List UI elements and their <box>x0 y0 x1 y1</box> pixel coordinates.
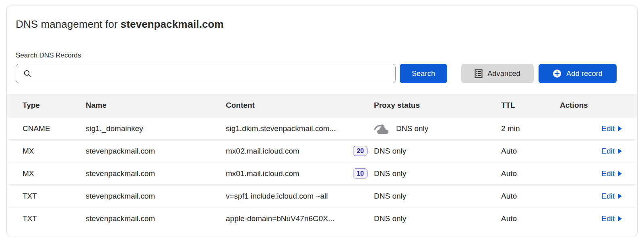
record-content-text: sig1.dkim.stevenpackmail.com... <box>226 124 336 133</box>
cell-name: stevenpackmail.com <box>86 169 226 178</box>
triangle-right-icon <box>617 148 622 154</box>
cell-name: stevenpackmail.com <box>86 214 226 223</box>
list-document-icon <box>475 69 483 78</box>
cell-type: CNAME <box>23 124 86 133</box>
record-content-text: v=spf1 include:icloud.com ~all <box>226 192 328 201</box>
cell-actions: Edit <box>560 124 622 133</box>
cell-proxy-status: DNS only <box>374 192 501 201</box>
search-icon <box>23 70 31 78</box>
triangle-right-icon <box>617 125 622 132</box>
header-proxy-status: Proxy status <box>374 101 501 110</box>
header-name: Name <box>86 101 226 110</box>
triangle-right-icon <box>617 170 622 177</box>
cell-actions: Edit <box>560 192 622 201</box>
cell-type: MX <box>23 169 86 178</box>
table-body: CNAME sig1._domainkey sig1.dkim.stevenpa… <box>7 117 637 230</box>
cell-actions: Edit <box>560 169 622 178</box>
proxy-status-text: DNS only <box>374 192 406 201</box>
cell-content: apple-domain=bNuV47n6G0X... <box>226 214 374 223</box>
cell-content: mx02.mail.icloud.com 20 <box>226 146 374 156</box>
edit-link-label: Edit <box>601 214 615 223</box>
cell-ttl: Auto <box>501 192 560 201</box>
cell-name: sig1._domainkey <box>86 124 226 133</box>
cell-actions: Edit <box>560 214 622 223</box>
header-actions: Actions <box>560 101 622 110</box>
cell-proxy-status: DNS only <box>374 169 501 178</box>
search-box[interactable] <box>16 64 396 83</box>
priority-badge: 20 <box>353 146 367 156</box>
edit-link-label: Edit <box>601 169 615 178</box>
plus-circle-icon <box>553 69 561 78</box>
page-title-prefix: DNS management for <box>16 18 121 30</box>
header-content: Content <box>226 101 374 110</box>
edit-link[interactable]: Edit <box>601 169 622 178</box>
advanced-button[interactable]: Advanced <box>461 64 534 83</box>
cell-proxy-status: DNS only <box>374 214 501 223</box>
cell-actions: Edit <box>560 147 622 156</box>
record-content-text: mx02.mail.icloud.com <box>226 147 299 156</box>
cell-ttl: Auto <box>501 169 560 178</box>
cell-type: MX <box>23 147 86 156</box>
table-row: CNAME sig1._domainkey sig1.dkim.stevenpa… <box>7 117 637 139</box>
table-row: TXT stevenpackmail.com v=spf1 include:ic… <box>7 185 637 207</box>
search-input[interactable] <box>35 64 390 83</box>
record-content-text: apple-domain=bNuV47n6G0X... <box>226 214 334 223</box>
edit-link-label: Edit <box>601 147 615 156</box>
proxy-status-text: DNS only <box>374 147 406 156</box>
table-header-row: Type Name Content Proxy status TTL Actio… <box>7 94 637 117</box>
cell-proxy-status: DNS only <box>374 123 501 134</box>
search-label: Search DNS Records <box>16 51 628 59</box>
header-ttl: TTL <box>501 101 560 110</box>
record-content-text: mx01.mail.icloud.com <box>226 169 299 178</box>
header-type: Type <box>23 101 86 110</box>
add-record-button[interactable]: Add record <box>539 64 617 83</box>
cell-content: sig1.dkim.stevenpackmail.com... <box>226 124 374 133</box>
cloud-dns-only-icon <box>374 123 390 134</box>
edit-link[interactable]: Edit <box>601 192 622 201</box>
edit-link[interactable]: Edit <box>601 214 622 223</box>
edit-link-label: Edit <box>601 192 615 201</box>
cell-ttl: Auto <box>501 147 560 156</box>
cell-type: TXT <box>23 214 86 223</box>
card-top-section: DNS management for stevenpackmail.com Se… <box>7 6 637 83</box>
cell-ttl: Auto <box>501 214 560 223</box>
edit-link[interactable]: Edit <box>601 147 622 156</box>
cell-content: mx01.mail.icloud.com 10 <box>226 168 374 178</box>
cell-type: TXT <box>23 192 86 201</box>
cell-name: stevenpackmail.com <box>86 147 226 156</box>
cell-name: stevenpackmail.com <box>86 192 226 201</box>
dns-records-table: Type Name Content Proxy status TTL Actio… <box>7 94 637 230</box>
triangle-right-icon <box>617 193 622 199</box>
cell-ttl: 2 min <box>501 124 560 133</box>
cell-proxy-status: DNS only <box>374 147 501 156</box>
advanced-button-label: Advanced <box>487 70 520 78</box>
proxy-status-text: DNS only <box>374 214 406 223</box>
dns-management-card: DNS management for stevenpackmail.com Se… <box>6 6 638 236</box>
triangle-right-icon <box>617 215 622 222</box>
table-row: TXT stevenpackmail.com apple-domain=bNuV… <box>7 207 637 230</box>
table-row: MX stevenpackmail.com mx01.mail.icloud.c… <box>7 162 637 185</box>
add-record-button-label: Add record <box>566 70 603 78</box>
search-button[interactable]: Search <box>400 64 447 83</box>
cell-content: v=spf1 include:icloud.com ~all <box>226 192 374 201</box>
edit-link[interactable]: Edit <box>601 124 622 133</box>
proxy-status-text: DNS only <box>374 169 406 178</box>
controls-row: Search Advanced <box>16 64 628 83</box>
page-title-domain: stevenpackmail.com <box>121 18 224 30</box>
page-title: DNS management for stevenpackmail.com <box>16 18 628 31</box>
priority-badge: 10 <box>353 168 367 178</box>
table-row: MX stevenpackmail.com mx02.mail.icloud.c… <box>7 139 637 162</box>
proxy-status-text: DNS only <box>396 124 428 133</box>
edit-link-label: Edit <box>601 124 615 133</box>
